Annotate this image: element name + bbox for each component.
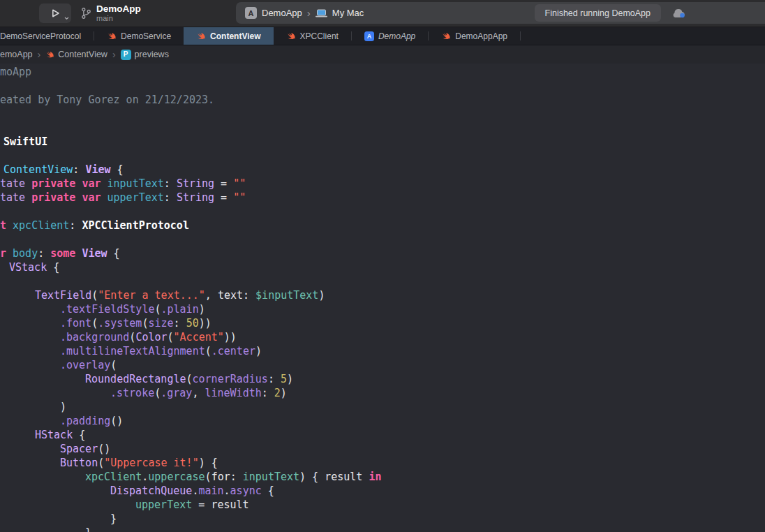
code-token: size (148, 317, 173, 330)
code-token: result (325, 471, 362, 483)
breadcrumb-item-emoApp[interactable]: emoApp (0, 50, 33, 59)
tab-label: DemoServiceProtocol (0, 31, 81, 41)
code-line[interactable]: .background(Color("Accent")) (0, 330, 765, 344)
code-line[interactable]: RoundedRectangle(cornerRadius: 5) (0, 372, 765, 386)
code-line[interactable]: } (0, 512, 765, 526)
scheme-app-label: DemoApp (262, 8, 302, 18)
code-token: lineWidth (205, 387, 261, 399)
code-token: inputText (107, 177, 164, 190)
code-token: = (214, 177, 233, 190)
code-line[interactable] (0, 232, 765, 246)
tab-XPCClient[interactable]: XPCClient (274, 27, 351, 45)
code-line[interactable]: } (0, 526, 765, 532)
code-line[interactable]: ContentView: View { (0, 163, 765, 177)
code-token: ) (287, 373, 293, 385)
code-line[interactable]: VStack { (0, 260, 765, 274)
code-token: some (50, 247, 75, 260)
tab-DemoAppApp[interactable]: DemoAppApp (429, 27, 520, 45)
code-line[interactable]: xpcClient.uppercase(for: inputText) { re… (0, 470, 765, 484)
code-line[interactable]: .padding() (0, 414, 765, 428)
code-line[interactable] (0, 205, 765, 219)
code-line[interactable] (0, 79, 765, 93)
tab-label: DemoService (121, 31, 171, 41)
code-token: () (98, 443, 110, 455)
code-line[interactable]: ) (0, 400, 765, 414)
breadcrumb-item-ContentView[interactable]: ContentView (45, 50, 107, 59)
project-title: DemoApp (96, 3, 141, 14)
code-token: xpcClient (85, 471, 142, 483)
code-line[interactable] (0, 121, 765, 135)
code-token: Spacer (60, 443, 98, 455)
code-line[interactable]: tate private var inputText: String = "" (0, 177, 765, 191)
code-line[interactable]: eated by Tony Gorez on 21/12/2023. (0, 93, 765, 107)
code-token: "Enter a text..." (98, 289, 205, 302)
code-token: uppercase (148, 471, 205, 483)
code-token: 5 (281, 373, 287, 385)
breadcrumb-item-previews[interactable]: Ppreviews (121, 50, 169, 60)
tab-DemoServiceProtocol[interactable]: DemoServiceProtocol (0, 27, 94, 45)
xcode-window: DemoApp main A DemoApp › My Mac Finished… (0, 0, 765, 532)
code-token: Color (135, 331, 167, 343)
code-token: ) (199, 303, 205, 316)
code-token: ( (186, 373, 193, 385)
code-line[interactable]: .overlay( (0, 358, 765, 372)
code-token: } (110, 512, 117, 525)
code-token: tate (0, 191, 31, 204)
code-line[interactable]: .stroke(.gray, lineWidth: 2) (0, 386, 765, 400)
code-token: : (230, 471, 243, 483)
code-token: : (164, 177, 177, 190)
code-token: = (192, 498, 211, 511)
run-button[interactable] (39, 3, 71, 23)
mac-icon (315, 9, 327, 17)
code-line[interactable]: .font(.system(size: 50)) (0, 316, 765, 330)
code-line[interactable]: r body: some View { (0, 246, 765, 260)
code-token: .multilineTextAlignment (60, 345, 205, 357)
tab-DemoService[interactable]: DemoService (94, 27, 184, 45)
code-line[interactable] (0, 149, 765, 163)
code-token: : (164, 191, 177, 204)
code-token: DispatchQueue (110, 485, 192, 497)
code-line[interactable]: SwiftUI (0, 135, 765, 149)
code-line[interactable]: moApp (0, 65, 765, 79)
code-line[interactable]: HStack { (0, 428, 765, 442)
code-token: Button (60, 457, 98, 469)
code-token: ) { (299, 471, 325, 483)
code-line[interactable] (0, 274, 765, 288)
code-line[interactable] (0, 107, 765, 121)
code-token: String (177, 177, 214, 190)
activity-status[interactable]: Finished running DemoApp (535, 4, 661, 22)
code-editor[interactable]: moAppeated by Tony Gorez on 21/12/2023.S… (0, 64, 765, 532)
code-line[interactable]: upperText = result (0, 498, 765, 512)
swift-file-icon (441, 31, 451, 41)
code-token: private (31, 177, 75, 190)
code-token: : (174, 317, 186, 330)
code-line[interactable]: Button("Uppercase it!") { (0, 456, 765, 470)
tab-bar: DemoServiceProtocolDemoServiceContentVie… (0, 27, 765, 45)
code-token: 50 (186, 317, 199, 330)
tab-label: DemoApp (378, 31, 415, 41)
code-line[interactable]: .textFieldStyle(.plain) (0, 302, 765, 316)
code-line[interactable]: TextField("Enter a text...", text: $inpu… (0, 288, 765, 302)
code-token: async (230, 485, 262, 497)
code-line[interactable]: t xpcClient: XPCClientProtocol (0, 219, 765, 232)
scheme-selector[interactable]: A DemoApp › My Mac (245, 7, 364, 19)
code-token: View (85, 163, 110, 176)
code-line[interactable]: DispatchQueue.main.async { (0, 484, 765, 498)
code-line[interactable]: .multilineTextAlignment(.center) (0, 344, 765, 358)
code-token: .gray (161, 387, 192, 399)
code-token: eated by Tony Gorez on 21/12/2023. (0, 94, 214, 106)
code-token: )) (199, 317, 211, 330)
code-token: tate (0, 177, 31, 190)
breadcrumb: emoApp›ContentView›Ppreviews (0, 45, 765, 64)
tab-ContentView[interactable]: ContentView (184, 27, 273, 45)
chevron-right-icon: › (307, 8, 311, 18)
code-line[interactable]: tate private var upperText: String = "" (0, 191, 765, 205)
code-token: { (73, 429, 85, 441)
code-token: ) (318, 289, 325, 302)
tab-DemoApp[interactable]: ADemoApp (352, 27, 428, 45)
code-token: ) (281, 387, 287, 399)
branch-name: main (96, 14, 141, 23)
code-token: VStack (9, 261, 47, 274)
breadcrumb-label: previews (135, 50, 169, 59)
code-line[interactable]: Spacer() (0, 442, 765, 456)
